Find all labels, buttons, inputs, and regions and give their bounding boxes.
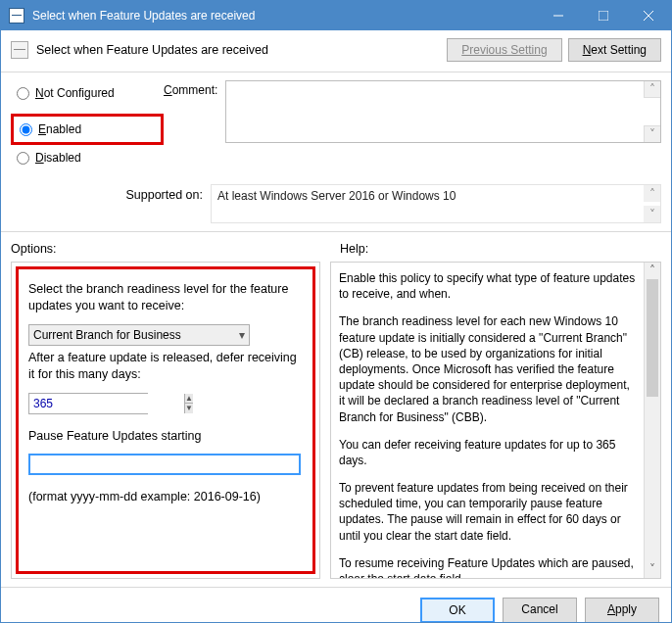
ok-button[interactable]: OK [420, 598, 495, 623]
scrollbar-thumb[interactable] [647, 279, 658, 397]
scrollbar[interactable]: ˄ ˅ [644, 263, 660, 578]
enabled-highlight: Enabled [11, 114, 164, 145]
help-pane: Enable this policy to specify what type … [330, 262, 661, 579]
radio-disabled[interactable]: Disabled [17, 151, 164, 165]
branch-readiness-select[interactable]: Current Branch for Business ▾ [28, 324, 250, 346]
scroll-down-icon[interactable]: ˅ [645, 561, 660, 578]
help-text: To resume receiving Feature Updates whic… [339, 555, 639, 579]
scroll-up-icon: ˄ [644, 185, 660, 202]
apply-button[interactable]: Apply [585, 598, 659, 623]
comment-textarea[interactable]: ˄ ˅ [225, 80, 661, 143]
help-text: To prevent feature updates from being re… [339, 480, 639, 544]
supported-on-label: Supported on: [11, 184, 211, 202]
svg-rect-1 [599, 11, 608, 21]
pause-updates-label: Pause Feature Updates starting [28, 428, 303, 445]
spinner-up-icon[interactable]: ▲ [184, 394, 193, 405]
close-button[interactable] [626, 1, 671, 30]
cancel-button[interactable]: Cancel [503, 598, 577, 623]
defer-days-field[interactable] [29, 394, 184, 413]
policy-icon [9, 8, 24, 24]
titlebar: Select when Feature Updates are received [1, 1, 671, 30]
minimize-button[interactable] [536, 1, 581, 30]
previous-setting-button: Previous Setting [447, 38, 561, 62]
scroll-up-icon[interactable]: ˄ [644, 81, 660, 98]
dialog-footer: OK Cancel Apply [1, 587, 671, 623]
header-row: Select when Feature Updates are received… [1, 30, 671, 66]
next-setting-button[interactable]: Next Setting [568, 38, 661, 62]
help-label: Help: [340, 242, 661, 256]
chevron-down-icon: ▾ [239, 328, 245, 342]
radio-not-configured[interactable]: Not Configured [17, 86, 164, 100]
options-pane: Select the branch readiness level for th… [11, 262, 320, 579]
window-title: Select when Feature Updates are received [32, 9, 536, 23]
radio-enabled[interactable]: Enabled [20, 122, 155, 136]
page-title: Select when Feature Updates are received [36, 43, 447, 57]
spinner-down-icon[interactable]: ▼ [184, 404, 193, 413]
radio-input[interactable] [17, 87, 29, 100]
policy-icon [11, 41, 28, 59]
options-label: Options: [11, 242, 320, 256]
scroll-up-icon[interactable]: ˄ [645, 263, 660, 279]
supported-on-value: At least Windows Server 2016 or Windows … [211, 184, 661, 223]
pause-date-input[interactable] [28, 454, 301, 475]
divider [1, 231, 671, 232]
radio-input[interactable] [17, 152, 29, 165]
radio-input[interactable] [20, 123, 32, 136]
branch-readiness-label: Select the branch readiness level for th… [28, 281, 303, 314]
options-highlight: Select the branch readiness level for th… [16, 266, 315, 574]
help-text: The branch readiness level for each new … [339, 313, 639, 424]
scroll-down-icon[interactable]: ˅ [644, 125, 660, 142]
divider [1, 72, 671, 72]
help-text: You can defer receiving feature updates … [339, 437, 639, 468]
maximize-button[interactable] [581, 1, 626, 30]
defer-days-label: After a feature update is released, defe… [28, 350, 303, 383]
pause-format-hint: (format yyyy-mm-dd example: 2016-09-16) [28, 489, 303, 505]
scroll-down-icon: ˅ [644, 206, 660, 222]
help-text: Enable this policy to specify what type … [339, 270, 639, 302]
defer-days-input[interactable]: ▲ ▼ [28, 393, 148, 414]
